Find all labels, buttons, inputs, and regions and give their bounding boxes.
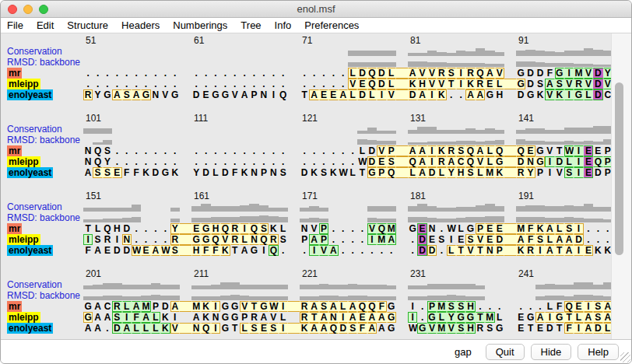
residue-cell[interactable]: K — [201, 312, 210, 323]
residue-cell[interactable]: I — [211, 301, 220, 312]
residue-cell[interactable]: T — [300, 89, 309, 100]
residue-cell[interactable]: I — [170, 312, 180, 323]
track-label-mr[interactable]: mr — [7, 68, 22, 79]
residue-cell[interactable]: I — [574, 167, 583, 178]
residue-cell[interactable]: L — [240, 323, 249, 334]
residue-cell[interactable]: E — [516, 312, 525, 323]
residue-cell[interactable]: A — [584, 323, 593, 334]
residue-cell[interactable]: I — [269, 89, 278, 100]
residue-cell[interactable]: F — [525, 234, 535, 245]
residue-cell[interactable]: S — [535, 234, 545, 245]
residue-cell[interactable]: V — [545, 145, 554, 156]
residue-cell[interactable]: S — [93, 167, 102, 178]
residue-cell[interactable]: V — [269, 312, 278, 323]
residue-cell[interactable]: . — [211, 156, 220, 167]
residue-cell[interactable]: F — [122, 167, 132, 178]
residue-cell[interactable]: I — [564, 89, 574, 100]
residue-cell[interactable]: V — [495, 68, 504, 79]
residue-cell[interactable]: V — [437, 79, 446, 89]
residue-cell[interactable]: V — [377, 145, 386, 156]
residue-cell[interactable]: L — [240, 234, 249, 245]
residue-cell[interactable]: K — [593, 245, 602, 256]
residue-cell[interactable]: T — [309, 312, 318, 323]
residue-cell[interactable]: G — [201, 223, 210, 234]
residue-cell[interactable]: V — [584, 79, 593, 89]
residue-cell[interactable]: G — [516, 79, 525, 89]
residue-cell[interactable]: E — [417, 223, 427, 234]
residue-cell[interactable]: Q — [495, 145, 504, 156]
residue-cell[interactable]: L — [132, 323, 141, 334]
residue-cell[interactable]: G — [485, 89, 494, 100]
residue-cell[interactable]: R — [230, 223, 240, 234]
residue-cell[interactable]: E — [191, 223, 201, 234]
residue-cell[interactable]: P — [319, 223, 328, 234]
residue-cell[interactable]: A — [309, 323, 318, 334]
residue-cell[interactable]: S — [93, 234, 102, 245]
residue-cell[interactable]: N — [122, 234, 132, 245]
residue-cell[interactable]: A — [417, 167, 427, 178]
residue-cell[interactable]: L — [495, 79, 504, 89]
residue-cell[interactable]: . — [249, 156, 258, 167]
residue-cell[interactable]: P — [387, 145, 396, 156]
residue-cell[interactable]: N — [191, 323, 201, 334]
residue-cell[interactable]: A — [417, 145, 427, 156]
residue-cell[interactable]: . — [240, 145, 249, 156]
residue-cell[interactable]: . — [437, 245, 446, 256]
residue-cell[interactable]: L — [564, 156, 574, 167]
residue-cell[interactable]: . — [495, 301, 504, 312]
residue-cell[interactable]: A — [191, 312, 201, 323]
residue-cell[interactable]: . — [328, 68, 338, 79]
residue-cell[interactable]: N — [427, 223, 437, 234]
residue-cell[interactable]: L — [151, 312, 160, 323]
residue-cell[interactable]: Q — [465, 156, 475, 167]
residue-cell[interactable]: W — [339, 167, 348, 178]
residue-cell[interactable]: E — [427, 234, 437, 245]
residue-cell[interactable]: . — [319, 145, 328, 156]
residue-cell[interactable]: D — [516, 156, 525, 167]
residue-cell[interactable]: L — [555, 223, 564, 234]
residue-cell[interactable]: . — [357, 234, 367, 245]
residue-cell[interactable]: G — [160, 167, 170, 178]
residue-cell[interactable]: I — [367, 234, 377, 245]
residue-cell[interactable]: M — [574, 68, 583, 79]
residue-cell[interactable]: V — [220, 234, 230, 245]
residue-cell[interactable]: K — [465, 79, 475, 89]
residue-cell[interactable]: . — [132, 79, 141, 89]
track-label-mleipp[interactable]: mleipp — [7, 234, 40, 245]
residue-cell[interactable]: F — [357, 323, 367, 334]
residue-cell[interactable]: S — [259, 223, 269, 234]
residue-cell[interactable]: V — [427, 323, 437, 334]
residue-cell[interactable]: I — [427, 145, 437, 156]
residue-cell[interactable]: S — [485, 323, 494, 334]
residue-cell[interactable]: . — [230, 79, 240, 89]
residue-cell[interactable]: . — [259, 79, 269, 89]
residue-cell[interactable]: G — [259, 301, 269, 312]
residue-cell[interactable]: . — [593, 223, 602, 234]
residue-cell[interactable]: . — [328, 145, 338, 156]
residue-cell[interactable]: M — [191, 301, 201, 312]
residue-cell[interactable]: V — [584, 68, 593, 79]
residue-cell[interactable]: A — [309, 234, 318, 245]
residue-cell[interactable]: G — [387, 323, 396, 334]
residue-cell[interactable]: G — [191, 234, 201, 245]
residue-cell[interactable]: A — [132, 89, 141, 100]
residue-cell[interactable]: K — [141, 167, 150, 178]
residue-cell[interactable]: G — [387, 301, 396, 312]
residue-cell[interactable]: V — [240, 301, 249, 312]
residue-cell[interactable]: A — [83, 167, 93, 178]
residue-cell[interactable]: S — [103, 167, 112, 178]
menu-item-headers[interactable]: Headers — [121, 19, 160, 31]
residue-cell[interactable]: K — [269, 223, 278, 234]
residue-cell[interactable]: W — [132, 245, 141, 256]
residue-cell[interactable]: A — [564, 234, 574, 245]
residue-cell[interactable]: . — [309, 145, 318, 156]
residue-cell[interactable]: S — [103, 145, 112, 156]
residue-cell[interactable]: G — [141, 89, 150, 100]
residue-cell[interactable]: A — [535, 312, 545, 323]
residue-cell[interactable]: A — [328, 301, 338, 312]
residue-cell[interactable]: L — [456, 223, 465, 234]
residue-cell[interactable]: P — [427, 301, 437, 312]
residue-cell[interactable]: N — [269, 167, 278, 178]
residue-cell[interactable]: H — [465, 323, 475, 334]
residue-cell[interactable]: I — [427, 156, 437, 167]
